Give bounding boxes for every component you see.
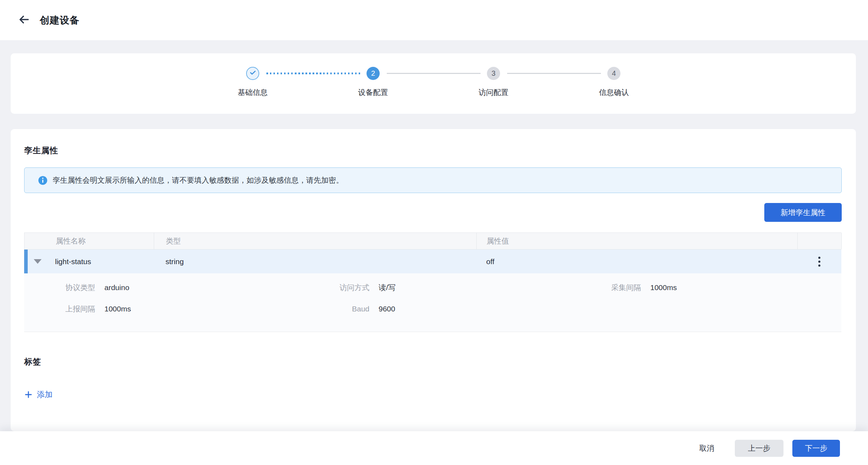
table-header-row: 属性名称 类型 属性值 [24, 232, 841, 250]
step-number: 2 [367, 67, 380, 80]
table-toolbar: 新增孪生属性 [24, 203, 842, 222]
step-info-confirm[interactable]: 4 信息确认 [554, 67, 674, 97]
column-header-actions [798, 233, 842, 249]
step-label: 信息确认 [599, 87, 629, 97]
step-label: 设备配置 [358, 87, 388, 97]
detail-report-interval: 上报间隔 1000ms [24, 304, 308, 314]
row-expanded-details: 协议类型 arduino 访问方式 读/写 采集间隔 1000ms 上报间隔 1… [24, 273, 841, 332]
info-icon [38, 176, 48, 185]
back-button[interactable] [18, 14, 31, 27]
detail-access-mode: 访问方式 读/写 [308, 283, 580, 293]
detail-collect-interval: 采集间隔 1000ms [580, 283, 841, 293]
check-icon [249, 69, 257, 78]
twin-properties-table: 属性名称 类型 属性值 light-status string off 协议类型… [24, 232, 841, 332]
wizard-stepper: 基础信息 2 设备配置 3 访问配置 4 信息确认 [192, 53, 674, 97]
add-twin-property-button[interactable]: 新增孪生属性 [764, 203, 842, 222]
column-header-name: 属性名称 [25, 233, 154, 249]
collapse-arrow-icon[interactable] [34, 259, 42, 264]
twin-properties-title: 孪生属性 [24, 129, 842, 156]
stepper-card: 基础信息 2 设备配置 3 访问配置 4 信息确认 [11, 53, 856, 114]
step-done-circle [246, 67, 259, 80]
app-header: 创建设备 [0, 0, 868, 40]
footer-action-bar: 取消 上一步 下一步 [0, 431, 868, 465]
step-number: 4 [607, 67, 620, 80]
detail-baud: Baud 9600 [308, 304, 580, 314]
info-alert: 孪生属性会明文展示所输入的信息，请不要填入敏感数据，如涉及敏感信息，请先加密。 [24, 167, 842, 193]
property-name: light-status [55, 257, 91, 266]
arrow-left-icon [18, 14, 30, 27]
plus-icon [24, 390, 33, 399]
detail-protocol-type: 协议类型 arduino [24, 283, 308, 293]
table-row[interactable]: light-status string off [24, 250, 841, 273]
previous-step-button[interactable]: 上一步 [735, 440, 783, 457]
main-content-card: 孪生属性 孪生属性会明文展示所输入的信息，请不要填入敏感数据，如涉及敏感信息，请… [11, 129, 856, 431]
property-type: string [154, 250, 476, 273]
add-tag-label: 添加 [37, 389, 53, 400]
next-step-button[interactable]: 下一步 [792, 440, 840, 457]
cancel-button[interactable]: 取消 [699, 443, 714, 453]
column-header-value: 属性值 [477, 233, 798, 249]
alert-text: 孪生属性会明文展示所输入的信息，请不要填入敏感数据，如涉及敏感信息，请先加密。 [53, 175, 343, 185]
step-access-config[interactable]: 3 访问配置 [433, 67, 554, 97]
property-value: off [476, 250, 797, 273]
tags-title: 标签 [24, 332, 842, 367]
step-label: 基础信息 [238, 87, 268, 97]
page-title: 创建设备 [40, 14, 80, 27]
step-label: 访问配置 [479, 87, 509, 97]
step-device-config[interactable]: 2 设备配置 [313, 67, 433, 97]
step-number: 3 [487, 67, 500, 80]
column-header-type: 类型 [154, 233, 477, 249]
add-tag-button[interactable]: 添加 [24, 389, 53, 400]
row-actions-kebab-icon[interactable] [815, 255, 824, 269]
step-basic-info[interactable]: 基础信息 [192, 67, 313, 97]
